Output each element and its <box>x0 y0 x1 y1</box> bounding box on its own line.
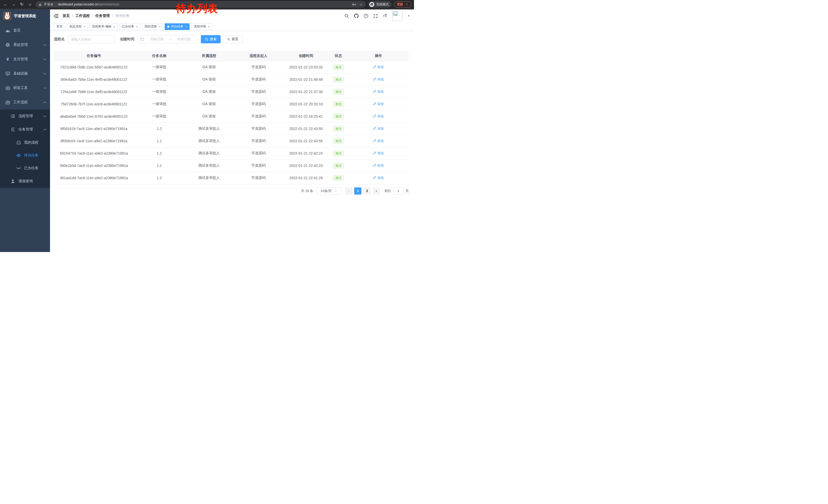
cell-created: 2022-01-22 18:25:41 <box>283 110 329 123</box>
search-icon[interactable] <box>344 14 349 18</box>
cell-status: 激活 <box>329 110 348 123</box>
approve-link[interactable]: 审批 <box>373 89 384 94</box>
cell-starter: 芋道源码 <box>234 61 283 73</box>
status-badge: 激活 <box>333 163 344 169</box>
cell-created: 2022-01-21 22:42:23 <box>283 159 329 172</box>
status-badge: 激活 <box>333 64 344 70</box>
prev-page-button[interactable]: ‹ <box>345 187 352 194</box>
cell-id: 580e1b3d-7ac8-11ec-a9e2-a2380e71991a <box>54 159 134 172</box>
approve-link[interactable]: 审批 <box>373 126 384 131</box>
help-icon[interactable]: ? <box>364 13 368 18</box>
table-row: a6aba0a4-7b6d-11ec-b781-acde48001122一级审批… <box>54 110 409 123</box>
security-label[interactable]: 不安全 <box>44 2 54 7</box>
address-bar[interactable]: 不安全 dashboard.yudao.iocoder.cn/bpm/task/… <box>35 1 366 8</box>
next-page-button[interactable]: › <box>373 187 380 194</box>
browser-forward-icon[interactable]: → <box>11 2 16 6</box>
sidebar-item-todo-task[interactable]: 待办任务 <box>0 149 50 162</box>
browser-update-button[interactable]: 更新 ⋮ <box>394 1 411 8</box>
approve-link[interactable]: 审批 <box>373 65 384 70</box>
goto-page-input[interactable] <box>393 187 404 194</box>
table-row: 8f059c03-7ac8-11ec-a9e2-a2380e71991a1.1测… <box>54 135 409 147</box>
avatar[interactable] <box>392 11 403 21</box>
tab-我的流程[interactable]: 我的流程× <box>142 23 163 30</box>
tab-首页[interactable]: 首页 <box>54 23 65 30</box>
sidebar-item-payment[interactable]: ¥支付管理 <box>0 52 50 66</box>
tab-待办任务[interactable]: 待办任务× <box>165 23 190 30</box>
avatar-caret-icon[interactable]: ▼ <box>408 15 410 17</box>
cell-process: OA 请假 <box>185 110 234 123</box>
sidebar-collapse-icon[interactable] <box>54 14 58 18</box>
column-header: 流程发起人 <box>234 51 283 61</box>
approve-link[interactable]: 审批 <box>373 151 384 155</box>
github-icon[interactable] <box>354 13 359 18</box>
sidebar-item-devtools[interactable]: 研发工具 <box>0 81 50 95</box>
reset-button[interactable]: ↻ 重置 <box>223 35 242 43</box>
url-text[interactable]: dashboard.yudao.iocoder.cn/bpm/task/todo <box>58 3 119 6</box>
chevron-down-icon <box>334 190 337 192</box>
approve-link[interactable]: 审批 <box>373 176 384 180</box>
sidebar-item-process-mgmt[interactable]: 流程管理 <box>0 109 50 123</box>
tab-label: 流程表单-编辑 <box>92 25 111 29</box>
browser-reload-icon[interactable]: ↻ <box>19 2 25 6</box>
approve-link[interactable]: 审批 <box>373 163 384 168</box>
sidebar-logo[interactable]: 芋道管理系统 <box>0 9 50 22</box>
chevron-down-icon <box>43 116 46 117</box>
status-badge: 激活 <box>333 113 344 120</box>
breadcrumb-task-mgmt[interactable]: 任务管理 <box>95 13 110 18</box>
sidebar-item-workflow[interactable]: 工作流程 <box>0 95 50 109</box>
browser-menu-icon[interactable]: ⋮ <box>405 3 409 6</box>
approve-link[interactable]: 审批 <box>373 102 384 106</box>
sidebar-item-task-mgmt[interactable]: 任务管理 <box>0 123 50 136</box>
cell-status: 激活 <box>329 86 348 98</box>
calendar-icon <box>140 37 144 41</box>
approve-link[interactable]: 审批 <box>373 77 384 82</box>
column-header: 操作 <box>348 51 409 61</box>
date-range-picker[interactable]: 开始日期 - 结束日期 <box>137 35 198 43</box>
approve-link[interactable]: 审批 <box>373 139 384 143</box>
sidebar-item-label: 首页 <box>13 28 46 33</box>
process-name-input[interactable] <box>68 35 114 43</box>
search-button[interactable]: 搜索 <box>201 35 220 43</box>
breadcrumb-workflow[interactable]: 工作流程 <box>75 13 90 18</box>
password-key-icon[interactable] <box>352 3 356 6</box>
page-button-2[interactable]: 2 <box>364 187 371 194</box>
tab-流程表单-编辑[interactable]: 流程表单-编辑× <box>89 23 118 30</box>
approve-link[interactable]: 审批 <box>373 114 384 119</box>
sidebar-item-leave-query[interactable]: 请假查询 <box>0 175 50 188</box>
sidebar-item-done-task[interactable]: 已办任务 <box>0 162 50 175</box>
close-tab-icon[interactable]: × <box>113 25 115 28</box>
tab-已办任务[interactable]: 已办任务× <box>119 23 140 30</box>
cell-id: 381aa1dd-7ac8-11ec-a9e2-a2380e71991a <box>54 172 134 184</box>
list-tree-icon <box>10 114 15 118</box>
sidebar-item-label: 请假查询 <box>18 179 46 184</box>
navbar-actions: ? TT ▼ <box>344 11 410 21</box>
fullscreen-icon[interactable] <box>373 14 378 18</box>
close-tab-icon[interactable]: × <box>136 25 138 28</box>
page-size-select[interactable]: 10条/页 <box>316 187 341 194</box>
sidebar-item-system[interactable]: 系统管理 <box>0 38 50 52</box>
tab-label: 待办任务 <box>171 25 183 29</box>
sidebar-item-my-process[interactable]: 我的流程 <box>0 136 50 149</box>
chevron-up-icon <box>43 129 46 131</box>
cell-action: 审批 <box>348 73 409 86</box>
breadcrumb-home[interactable]: 首页 <box>63 13 70 18</box>
sidebar-item-infra[interactable]: 基础设施 <box>0 66 50 81</box>
table-header-row: 任务编号任务名称所属流程流程发起人创建时间状态操作 <box>54 51 409 61</box>
close-tab-icon[interactable]: × <box>159 25 160 28</box>
tab-流程详情[interactable]: 流程详情× <box>191 23 212 30</box>
browser-back-icon[interactable]: ← <box>3 2 8 6</box>
font-size-icon[interactable]: TT <box>383 13 387 18</box>
cell-process: OA 请假 <box>185 61 234 73</box>
close-tab-icon[interactable]: × <box>208 25 210 28</box>
close-tab-icon[interactable]: × <box>185 25 187 28</box>
approve-link-label: 审批 <box>377 89 384 94</box>
sidebar-item-home[interactable]: 首页 <box>0 23 50 38</box>
browser-home-icon[interactable]: ⌂ <box>27 2 33 6</box>
page-button-1[interactable]: 1 <box>354 187 362 194</box>
tab-发起流程[interactable]: 发起流程× <box>67 23 88 30</box>
close-tab-icon[interactable]: × <box>84 25 85 28</box>
bookmark-star-icon[interactable]: ☆ <box>359 2 363 6</box>
warning-icon <box>38 3 42 6</box>
cell-name: 1.1 <box>134 135 185 147</box>
sidebar-item-label: 支付管理 <box>13 57 43 61</box>
